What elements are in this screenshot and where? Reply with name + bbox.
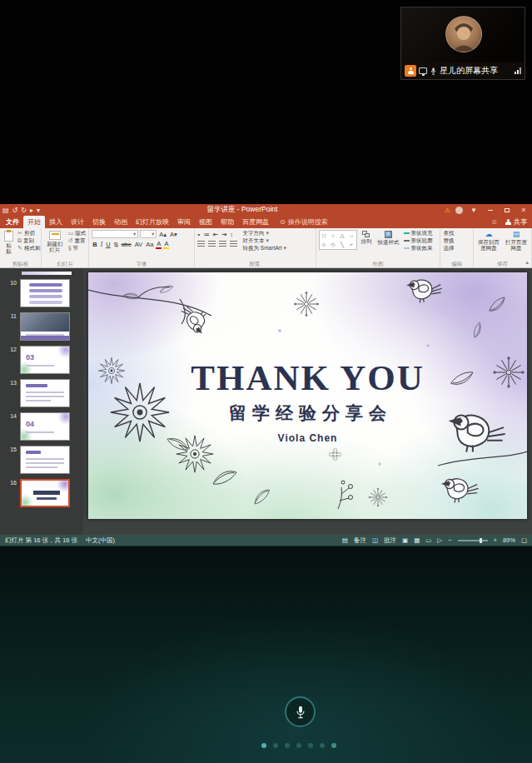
- align-center-button[interactable]: [208, 241, 216, 247]
- shape-outline-button[interactable]: 形状轮廓: [404, 237, 433, 244]
- slide-thumbnail-panel[interactable]: 10 11 12 0: [0, 268, 83, 535]
- strikethrough-button[interactable]: abc: [121, 241, 132, 248]
- title-bar[interactable]: ▤ ↺ ↻ ▸ ▾ 留学讲座 - PowerPoint ⚠ ▾ ×: [0, 204, 532, 216]
- carousel-dot-6[interactable]: [320, 743, 325, 748]
- italic-button[interactable]: I: [100, 241, 104, 248]
- tell-me-search[interactable]: ⊙ 操作说明搜索: [280, 217, 328, 228]
- font-size-select[interactable]: ▾: [140, 230, 157, 238]
- carousel-dot-1[interactable]: [261, 743, 266, 748]
- zoom-slider[interactable]: [458, 540, 488, 541]
- carousel-dot-3[interactable]: [285, 743, 290, 748]
- thumbnail-preview[interactable]: [20, 279, 70, 307]
- thumbnail-slide-13[interactable]: 13: [0, 379, 80, 407]
- shapes-gallery[interactable]: □ ○ △ → ☆ ◇ ╲ ⌐: [319, 230, 357, 250]
- underline-button[interactable]: U: [105, 241, 111, 248]
- line-spacing-button[interactable]: ↕: [229, 231, 234, 238]
- carousel-dot-4[interactable]: [296, 743, 301, 748]
- ribbon-options-button[interactable]: ▾: [468, 206, 480, 214]
- align-left-button[interactable]: [197, 241, 205, 247]
- minimize-button[interactable]: [485, 206, 496, 214]
- zoom-in-button[interactable]: +: [494, 536, 497, 544]
- circle-shape-icon[interactable]: ○: [331, 232, 335, 238]
- change-case-button[interactable]: Aa: [145, 241, 154, 248]
- triangle-shape-icon[interactable]: △: [341, 232, 345, 238]
- participant-video-tile[interactable]: 星儿的屏幕共享: [400, 7, 525, 80]
- tab-view[interactable]: 视图: [195, 216, 216, 228]
- thumbnail-preview[interactable]: [20, 446, 70, 474]
- reset-button[interactable]: ↺重置: [68, 237, 87, 244]
- replace-button[interactable]: 替换: [443, 237, 454, 244]
- carousel-dot-2[interactable]: [273, 743, 278, 748]
- convert-smartart-button[interactable]: 转换为 SmartArt▾: [243, 245, 286, 252]
- layout-button[interactable]: ▭版式: [68, 230, 87, 237]
- font-name-select[interactable]: ▾: [92, 230, 138, 238]
- tab-design[interactable]: 设计: [67, 216, 88, 228]
- current-slide[interactable]: THANK YOU 留学经验分享会 Viola Chen: [88, 272, 527, 519]
- thumbnail-preview[interactable]: [20, 312, 70, 341]
- copy-button[interactable]: ⧉复制: [17, 237, 40, 244]
- character-spacing-button[interactable]: AV: [134, 241, 143, 248]
- text-shadow-button[interactable]: S: [113, 241, 119, 248]
- corner-shape-icon[interactable]: ⌐: [350, 242, 353, 247]
- tab-home[interactable]: 开始: [23, 216, 45, 228]
- maximize-button[interactable]: [501, 206, 513, 214]
- diamond-shape-icon[interactable]: ◇: [331, 242, 336, 247]
- text-direction-button[interactable]: 文字方向▾: [243, 230, 286, 237]
- bold-button[interactable]: B: [92, 241, 97, 248]
- section-button[interactable]: §节: [68, 245, 87, 252]
- slide-canvas[interactable]: THANK YOU 留学经验分享会 Viola Chen: [83, 268, 532, 535]
- collapse-ribbon-icon[interactable]: ▴: [525, 259, 529, 266]
- shrink-font-button[interactable]: A▾: [169, 231, 178, 238]
- bullets-button[interactable]: •: [197, 231, 201, 238]
- format-painter-button[interactable]: ✎格式刷: [17, 245, 40, 252]
- numbering-button[interactable]: ≔: [202, 231, 211, 238]
- warning-icon[interactable]: ⚠: [445, 207, 450, 214]
- carousel-dot-7[interactable]: [331, 743, 336, 748]
- new-slide-button[interactable]: 新建幻灯片: [44, 230, 66, 253]
- tab-animations[interactable]: 动画: [110, 216, 132, 228]
- align-right-button[interactable]: [219, 241, 226, 247]
- tab-insert[interactable]: 插入: [45, 216, 67, 228]
- increase-indent-button[interactable]: ⇥: [221, 231, 227, 238]
- zoom-level[interactable]: 89%: [503, 536, 515, 544]
- normal-view-button[interactable]: ▣: [402, 536, 408, 544]
- shape-fill-button[interactable]: 形状填充: [404, 230, 433, 237]
- square-shape-icon[interactable]: □: [322, 232, 326, 238]
- reading-view-button[interactable]: ▭: [425, 536, 431, 544]
- save-to-baidu-button[interactable]: ☁ 保存到百度网盘: [476, 230, 501, 252]
- thumbnail-slide-11[interactable]: 11: [0, 312, 80, 341]
- redo-icon[interactable]: ↻: [21, 207, 27, 214]
- align-text-button[interactable]: 对齐文本▾: [243, 237, 286, 244]
- quick-styles-button[interactable]: A 快速样式: [376, 230, 401, 246]
- tab-slideshow[interactable]: 幻灯片放映: [132, 216, 173, 228]
- close-button[interactable]: ×: [518, 206, 530, 214]
- slide-text-block[interactable]: THANK YOU 留学经验分享会 Viola Chen: [88, 361, 527, 444]
- thumbnail-slide-14[interactable]: 14 04: [0, 412, 80, 441]
- find-button[interactable]: 查找: [443, 230, 454, 237]
- select-button[interactable]: 选择: [443, 245, 454, 252]
- slideshow-view-button[interactable]: ▷: [437, 536, 442, 544]
- tab-baidu-netdisk[interactable]: 百度网盘: [238, 216, 273, 228]
- line-shape-icon[interactable]: ╲: [341, 242, 344, 247]
- paste-button[interactable]: 粘贴: [2, 230, 15, 255]
- shape-effects-button[interactable]: 形状效果: [404, 245, 433, 252]
- arrange-button[interactable]: 排列: [360, 230, 374, 245]
- zoom-slider-thumb[interactable]: [480, 538, 482, 543]
- share-button[interactable]: 共享: [505, 217, 527, 227]
- zoom-out-button[interactable]: −: [448, 536, 451, 544]
- tab-help[interactable]: 帮助: [216, 216, 238, 228]
- thumbnail-slide-15[interactable]: 15: [0, 446, 80, 474]
- thumbnail-preview[interactable]: 03: [20, 346, 70, 374]
- thumbnail-slide-10[interactable]: 10: [0, 279, 80, 307]
- notes-button[interactable]: 备注: [354, 536, 366, 545]
- font-color-button[interactable]: A: [156, 240, 162, 249]
- account-avatar[interactable]: [455, 207, 463, 214]
- feedback-smiley-icon[interactable]: ☺: [491, 218, 498, 226]
- undo-icon[interactable]: ↺: [12, 207, 18, 214]
- grow-font-button[interactable]: A▴: [158, 231, 167, 238]
- tab-review[interactable]: 审阅: [173, 216, 195, 228]
- thumbnail-preview[interactable]: 04: [20, 412, 70, 441]
- highlight-button[interactable]: A: [163, 240, 169, 249]
- microphone-button[interactable]: [285, 696, 316, 727]
- star-shape-icon[interactable]: ☆: [321, 242, 326, 247]
